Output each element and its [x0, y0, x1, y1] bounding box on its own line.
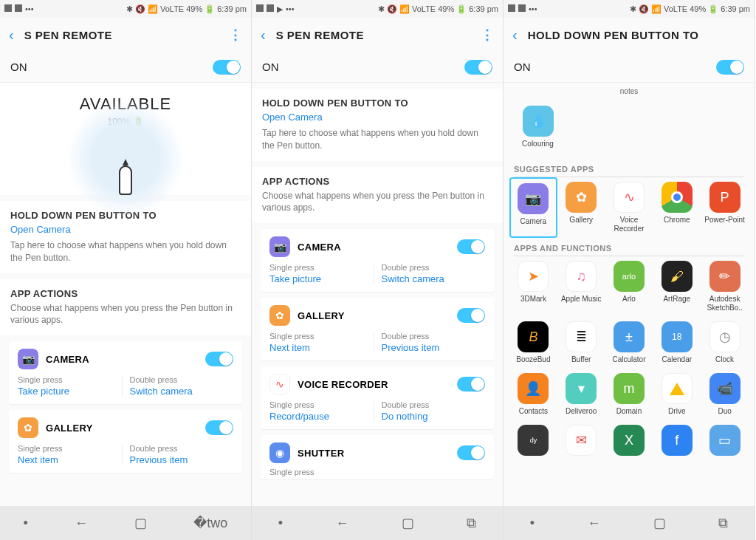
single-press-action[interactable]: Take picture	[269, 273, 374, 284]
single-press-action[interactable]: Record/pause	[269, 411, 374, 422]
app-arlo[interactable]: arloArlo	[605, 256, 653, 317]
back-button[interactable]: ‹	[261, 27, 266, 44]
more-menu-button[interactable]: ⋮	[229, 27, 242, 43]
app-toggle[interactable]	[457, 308, 485, 323]
app-artrage[interactable]: 🖌ArtRage	[653, 256, 701, 317]
double-press-label: Double press	[130, 444, 234, 453]
scroll-area[interactable]: AVAILABLE 100% 🔋 ╲ │ ╱ HOLD DOWN PEN BUT…	[0, 83, 251, 506]
on-toggle[interactable]	[213, 60, 241, 75]
nav-back[interactable]: ←	[587, 516, 600, 531]
scroll-area[interactable]: notes 💧 Colouring SUGGESTED APPS 📷Camera…	[504, 83, 755, 506]
calendar-icon: 18	[662, 321, 693, 352]
nav-dot[interactable]: •	[24, 516, 28, 531]
nav-dot[interactable]: •	[530, 516, 535, 531]
app-partial[interactable]: ▭	[701, 420, 749, 460]
app-card-gallery[interactable]: ✿ GALLERY Single pressNext item Double p…	[9, 410, 242, 473]
app-camera[interactable]: 📷Camera	[509, 177, 557, 238]
battery-label: 49%	[690, 4, 706, 13]
app-apple-music[interactable]: ♫Apple Music	[557, 256, 605, 317]
scroll-area[interactable]: HOLD DOWN PEN BUTTON TO Open Camera Tap …	[252, 83, 503, 506]
page-title: HOLD DOWN PEN BUTTON TO	[528, 29, 746, 41]
nav-home[interactable]: ▢	[653, 515, 666, 531]
nav-back[interactable]: ←	[335, 516, 348, 531]
nav-home[interactable]: ▢	[402, 515, 414, 531]
single-press-action[interactable]: Take picture	[18, 386, 122, 397]
app-partial[interactable]: X	[605, 420, 653, 460]
hold-section[interactable]: HOLD DOWN PEN BUTTON TO Open Camera Tap …	[252, 89, 503, 161]
single-press-action[interactable]: Next item	[18, 454, 122, 465]
app-label: Gallery	[569, 216, 593, 225]
app-partial[interactable]: f	[653, 420, 701, 460]
app-card-camera[interactable]: 📷 CAMERA Single pressTake picture Double…	[9, 341, 242, 404]
app-contacts[interactable]: 👤Contacts	[509, 369, 557, 420]
app-gallery[interactable]: ✿Gallery	[557, 177, 605, 238]
app-toggle[interactable]	[457, 445, 485, 460]
app-calendar[interactable]: 18Calendar	[653, 317, 701, 369]
hold-desc: Tap here to choose what happens when you…	[262, 127, 492, 152]
app-toggle[interactable]	[457, 377, 485, 392]
single-press-action[interactable]: Next item	[269, 342, 374, 353]
app-name: CAMERA	[46, 354, 198, 365]
nav-recent[interactable]: ⧉	[467, 516, 476, 531]
app-deliveroo[interactable]: ▾Deliveroo	[557, 369, 605, 420]
on-toggle-row[interactable]: ON	[0, 52, 251, 83]
nav-home[interactable]: ▢	[134, 515, 147, 531]
battery-label: 49%	[186, 4, 202, 13]
on-toggle-row[interactable]: ON	[504, 52, 755, 83]
double-press-action[interactable]: Do nothing	[382, 411, 486, 422]
app-chrome[interactable]: Chrome	[653, 177, 701, 238]
sketchbook-icon: ✏	[709, 261, 740, 292]
gallery-icon: ✿	[269, 305, 290, 326]
more-menu-button[interactable]: ⋮	[481, 27, 494, 43]
double-press-action[interactable]: Switch camera	[382, 273, 486, 284]
app-domain[interactable]: mDomain	[605, 369, 653, 420]
app-clock[interactable]: ◷Clock	[701, 317, 749, 369]
app-powerpoint[interactable]: PPower-Point	[701, 177, 749, 238]
camera-icon: 📷	[18, 349, 38, 369]
app-card-shutter[interactable]: ◉SHUTTER Single press	[261, 435, 494, 479]
app-toggle[interactable]	[457, 239, 485, 254]
app-duo[interactable]: 📹Duo	[701, 369, 749, 420]
double-press-action[interactable]: Previous item	[130, 454, 234, 465]
app-label: 3DMark	[520, 295, 546, 304]
back-button[interactable]: ‹	[512, 27, 518, 44]
mute-icon: 🔇	[387, 4, 397, 14]
double-press-action[interactable]: Previous item	[382, 342, 486, 353]
app-partial[interactable]: ✉	[557, 420, 605, 460]
app-buffer[interactable]: ≣Buffer	[557, 317, 605, 369]
app-name: GALLERY	[298, 310, 450, 321]
app-voice-recorder[interactable]: ∿Voice Recorder	[605, 177, 653, 238]
app-label: Duo	[718, 407, 731, 416]
clock-icon: ◷	[709, 321, 740, 352]
app-label: Calendar	[662, 355, 692, 364]
double-press-action[interactable]: Switch camera	[130, 386, 234, 397]
nav-dot[interactable]: •	[278, 516, 283, 531]
app-colouring[interactable]: 💧 Colouring	[514, 101, 562, 153]
on-toggle-row[interactable]: ON	[252, 52, 503, 83]
available-card: AVAILABLE 100% 🔋 ╲ │ ╱	[0, 83, 251, 195]
drive-icon	[662, 373, 693, 404]
partial-icon: X	[614, 425, 645, 456]
app-card-voice-recorder[interactable]: ∿VOICE RECORDER Single pressRecord/pause…	[261, 366, 494, 429]
app-toggle[interactable]	[205, 420, 233, 435]
on-toggle[interactable]	[464, 60, 492, 75]
app-drive[interactable]: Drive	[653, 369, 701, 420]
app-3dmark[interactable]: ➤3DMark	[509, 256, 557, 317]
nav-back[interactable]: ←	[75, 516, 88, 531]
nav-recent[interactable]: �two	[193, 515, 227, 531]
app-partial[interactable]: dy	[509, 420, 557, 460]
on-toggle[interactable]	[716, 60, 744, 75]
voice-recorder-icon: ∿	[614, 182, 645, 213]
app-label: Contacts	[519, 407, 548, 416]
app-card-camera[interactable]: 📷CAMERA Single pressTake pictureDouble p…	[261, 229, 494, 292]
app-toggle[interactable]	[205, 352, 233, 366]
app-label: Buffer	[571, 355, 591, 364]
app-calculator[interactable]: ±Calculator	[605, 317, 653, 369]
app-boozebud[interactable]: BBoozeBud	[509, 317, 557, 369]
app-sketchbook[interactable]: ✏Autodesk SketchBo..	[701, 256, 749, 317]
actions-header: APP ACTIONS	[262, 176, 492, 187]
app-actions-section: APP ACTIONS Choose what happens when you…	[0, 279, 251, 336]
app-card-gallery[interactable]: ✿GALLERY Single pressNext itemDouble pre…	[261, 298, 494, 360]
back-button[interactable]: ‹	[9, 27, 14, 44]
nav-recent[interactable]: ⧉	[718, 516, 728, 531]
